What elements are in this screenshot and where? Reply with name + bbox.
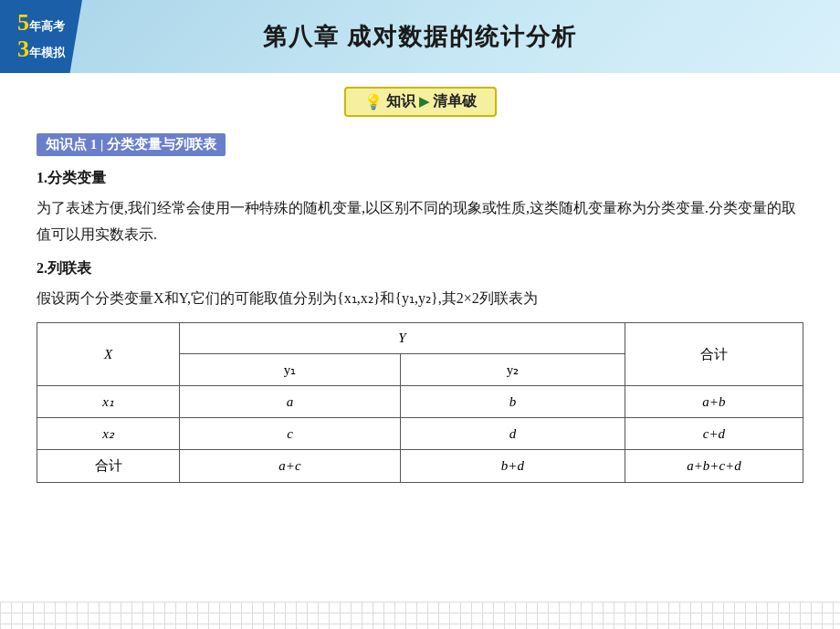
logo-num-3: 3	[17, 36, 29, 62]
badge-suffix: 清单破	[433, 92, 477, 111]
part1-title: 1.分类变量	[37, 169, 803, 188]
table-cell-total-label: 合计	[37, 450, 180, 483]
logo-num-5: 5	[17, 9, 29, 36]
table-cell-a: a	[180, 386, 401, 418]
logo: 5年高考 3年模拟	[0, 0, 82, 73]
contingency-table: X Y 合计 y₁ y₂ x₁ a b a+b x₂ c d c+d	[37, 322, 803, 483]
table-header-row1: X Y 合计	[37, 323, 803, 354]
badge-icon: 💡	[364, 93, 383, 110]
logo-bottom-text: 年模拟	[29, 46, 65, 59]
logo-top-line: 5年高考	[17, 10, 65, 37]
table-cell-y1: y₁	[180, 354, 401, 386]
section-label: 知识点	[46, 137, 87, 152]
badge-container: 💡 知识 ▶ 清单破	[37, 87, 803, 117]
section-number: 1	[90, 137, 98, 152]
chapter-title: 第八章 成对数据的统计分析	[18, 21, 822, 53]
badge-text: 知识	[386, 92, 415, 111]
section-separator: |	[100, 137, 103, 152]
table-cell-b: b	[400, 386, 625, 418]
table-cell-d: d	[400, 418, 625, 450]
table-cell-a-plus-b: a+b	[625, 386, 803, 418]
table-row-total: 合计 a+c b+d a+b+c+d	[37, 450, 803, 483]
part2-text: 假设两个分类变量X和Y,它们的可能取值分别为{x₁,x₂}和{y₁,y₂},其2…	[37, 286, 803, 312]
table-cell-total-header: 合计	[625, 323, 803, 386]
part2-title: 2.列联表	[37, 259, 803, 278]
table-cell-x-header: X	[37, 323, 180, 386]
table-row-x1: x₁ a b a+b	[37, 386, 803, 418]
section-header: 知识点 1 | 分类变量与列联表	[37, 133, 226, 156]
logo-top-text: 年高考	[29, 19, 65, 33]
badge-arrow: ▶	[419, 94, 429, 110]
table-cell-y-header: Y	[180, 323, 625, 354]
page-header: 5年高考 3年模拟 第八章 成对数据的统计分析	[0, 0, 840, 73]
section-title: 分类变量与列联表	[107, 137, 216, 152]
table-cell-x2: x₂	[37, 418, 180, 450]
table-cell-grand-total: a+b+c+d	[625, 450, 803, 483]
table-cell-c-plus-d: c+d	[625, 418, 803, 450]
table-cell-y2: y₂	[400, 354, 625, 386]
table-cell-a-plus-c: a+c	[180, 450, 401, 483]
table-cell-b-plus-d: b+d	[400, 450, 625, 483]
table-cell-c: c	[180, 418, 401, 450]
knowledge-badge: 💡 知识 ▶ 清单破	[344, 87, 497, 117]
main-content: 💡 知识 ▶ 清单破 知识点 1 | 分类变量与列联表 1.分类变量 为了表述方…	[0, 73, 840, 497]
contingency-table-container: X Y 合计 y₁ y₂ x₁ a b a+b x₂ c d c+d	[37, 322, 803, 483]
table-cell-x1: x₁	[37, 386, 180, 418]
part1-text: 为了表述方便,我们经常会使用一种特殊的随机变量,以区别不同的现象或性质,这类随机…	[37, 195, 803, 248]
logo-bottom-line: 3年模拟	[17, 37, 65, 63]
table-row-x2: x₂ c d c+d	[37, 418, 803, 450]
bottom-decoration	[0, 602, 840, 629]
